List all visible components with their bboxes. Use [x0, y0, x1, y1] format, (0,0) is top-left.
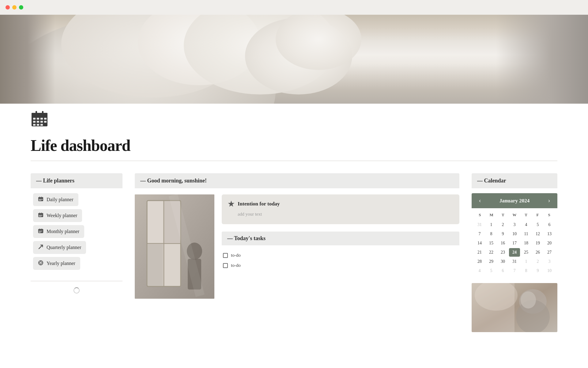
- cal-date-8[interactable]: 8: [486, 230, 497, 238]
- cal-date-30[interactable]: 30: [497, 257, 508, 266]
- cal-date-10next[interactable]: 10: [544, 266, 555, 275]
- cal-date-9next[interactable]: 9: [532, 266, 543, 275]
- cal-date-3next[interactable]: 3: [544, 257, 555, 266]
- task-item-2: to-do: [222, 260, 459, 270]
- cal-date-6next[interactable]: 6: [497, 266, 508, 275]
- cal-date-10[interactable]: 10: [509, 230, 520, 238]
- cal-date-9[interactable]: 9: [497, 230, 508, 238]
- cal-date-24-today[interactable]: 24: [509, 248, 520, 257]
- svg-rect-10: [33, 124, 36, 126]
- cal-date-20[interactable]: 20: [544, 239, 555, 247]
- cal-date-28[interactable]: 28: [474, 257, 485, 266]
- cal-date-22[interactable]: 22: [486, 248, 497, 257]
- intention-header: Intention for today: [228, 201, 453, 207]
- task-checkbox-1[interactable]: [223, 253, 228, 258]
- main-content: — Life planners Daily planner Weekly pla…: [0, 170, 588, 335]
- monthly-planner-button[interactable]: Monthly planner: [33, 225, 84, 238]
- cal-date-16[interactable]: 16: [497, 239, 508, 247]
- cal-date-5[interactable]: 5: [532, 220, 543, 229]
- cal-date-1next[interactable]: 1: [521, 257, 532, 266]
- close-button[interactable]: [6, 5, 10, 10]
- sidebar-section: — Life planners Daily planner Weekly pla…: [31, 173, 123, 300]
- cal-date-31prev[interactable]: 31: [474, 220, 485, 229]
- svg-rect-42: [40, 232, 40, 232]
- cal-day-tue: T: [497, 211, 509, 219]
- cal-date-25[interactable]: 25: [521, 248, 532, 257]
- cal-date-15[interactable]: 15: [486, 239, 497, 247]
- task-label-2: to-do: [231, 263, 241, 268]
- cal-date-4next[interactable]: 4: [474, 266, 485, 275]
- cal-date-21[interactable]: 21: [474, 248, 485, 257]
- svg-rect-8: [40, 121, 43, 123]
- calendar-nav: ‹ January 2024 ›: [472, 193, 557, 208]
- cal-date-7[interactable]: 7: [474, 230, 485, 238]
- task-checkbox-2[interactable]: [223, 263, 228, 268]
- cal-date-31[interactable]: 31: [509, 257, 520, 266]
- svg-rect-12: [40, 124, 43, 126]
- cal-date-17[interactable]: 17: [509, 239, 520, 247]
- cal-date-2next[interactable]: 2: [532, 257, 543, 266]
- maximize-button[interactable]: [19, 5, 23, 10]
- svg-rect-4: [40, 118, 43, 120]
- calendar-image: [472, 283, 557, 332]
- svg-rect-11: [37, 124, 39, 126]
- cal-date-3[interactable]: 3: [509, 220, 520, 229]
- cal-date-19[interactable]: 19: [532, 239, 543, 247]
- svg-rect-1: [32, 113, 47, 117]
- intention-card: Intention for today add your text: [222, 194, 459, 224]
- hero-banner: [0, 15, 588, 104]
- monthly-planner-label: Monthly planner: [47, 229, 79, 234]
- cal-date-1[interactable]: 1: [486, 220, 497, 229]
- cal-date-2[interactable]: 2: [497, 220, 508, 229]
- intention-text-placeholder[interactable]: add your text: [228, 210, 453, 218]
- svg-rect-39: [41, 231, 41, 232]
- greeting-image: [135, 194, 214, 299]
- minimize-button[interactable]: [12, 5, 17, 10]
- svg-rect-14: [42, 111, 43, 115]
- tasks-title: — Today's tasks: [227, 235, 266, 242]
- svg-rect-31: [40, 216, 40, 217]
- cal-date-27[interactable]: 27: [544, 248, 555, 257]
- weekly-planner-label: Weekly planner: [47, 213, 77, 218]
- cal-date-23[interactable]: 23: [497, 248, 508, 257]
- cal-date-12[interactable]: 12: [532, 230, 543, 238]
- cal-date-8next[interactable]: 8: [521, 266, 532, 275]
- weekly-planner-button[interactable]: Weekly planner: [33, 209, 82, 222]
- svg-rect-28: [41, 215, 41, 216]
- svg-rect-37: [39, 231, 40, 232]
- task-item-1: to-do: [222, 250, 459, 260]
- intention-title: Intention for today: [238, 201, 280, 207]
- monthly-planner-icon: [38, 228, 43, 235]
- svg-rect-38: [40, 231, 40, 232]
- cal-date-5next[interactable]: 5: [486, 266, 497, 275]
- svg-rect-43: [41, 232, 41, 232]
- svg-rect-26: [39, 215, 40, 216]
- cal-date-18[interactable]: 18: [521, 239, 532, 247]
- greeting-header: — Good morning, sunshine!: [135, 173, 459, 188]
- quarterly-planner-icon: [38, 244, 43, 251]
- cal-date-7next[interactable]: 7: [509, 266, 520, 275]
- cal-date-14[interactable]: 14: [474, 239, 485, 247]
- calendar-prev-button[interactable]: ‹: [477, 197, 483, 205]
- cal-date-13[interactable]: 13: [544, 230, 555, 238]
- cal-date-6[interactable]: 6: [544, 220, 555, 229]
- svg-rect-59: [148, 201, 163, 243]
- cal-date-26[interactable]: 26: [532, 248, 543, 257]
- quarterly-planner-button[interactable]: Quarterly planner: [33, 241, 86, 254]
- svg-rect-17: [39, 199, 40, 200]
- daily-planner-button[interactable]: Daily planner: [33, 193, 78, 206]
- weekly-planner-icon: [38, 212, 43, 219]
- cal-date-29[interactable]: 29: [486, 257, 497, 266]
- titlebar: [0, 0, 588, 15]
- task-label-1: to-do: [231, 253, 241, 258]
- calendar-next-button[interactable]: ›: [546, 197, 552, 205]
- cal-date-4[interactable]: 4: [521, 220, 532, 229]
- svg-point-50: [40, 262, 42, 264]
- svg-rect-40: [42, 231, 42, 232]
- cal-date-11[interactable]: 11: [521, 230, 532, 238]
- svg-rect-5: [44, 118, 47, 120]
- yearly-planner-button[interactable]: Yearly planner: [33, 257, 80, 270]
- svg-rect-61: [148, 244, 163, 286]
- svg-rect-27: [40, 215, 40, 216]
- yearly-planner-icon: [38, 260, 43, 267]
